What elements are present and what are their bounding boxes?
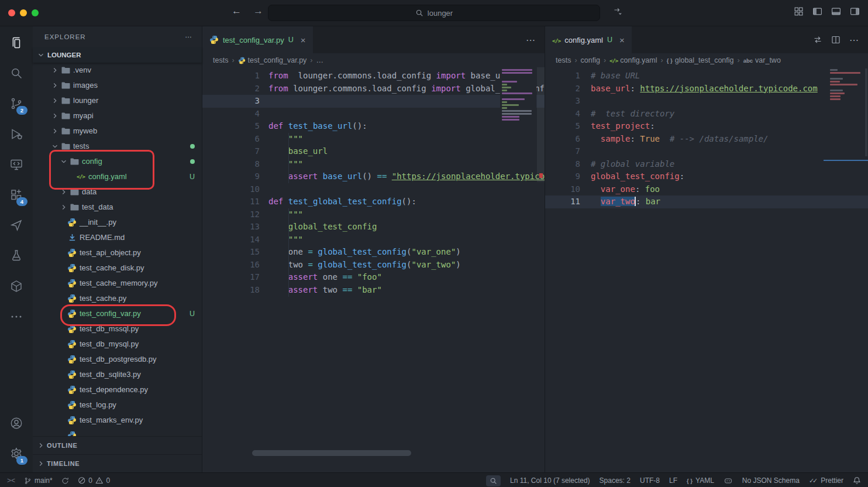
code-line-10[interactable]: 10 var_one: foo (545, 183, 868, 196)
zoom-indicator[interactable] (486, 475, 501, 486)
remote-indicator[interactable]: >< (7, 476, 15, 485)
code-line-14[interactable]: 14 """ (202, 234, 545, 246)
code-area[interactable]: 1from lounger.commons.load_config import… (202, 67, 545, 472)
breadcrumb-item-test-config-var-py[interactable]: test_config_var.py (238, 56, 307, 64)
breadcrumb[interactable]: tests›test_config_var.py›… (202, 53, 545, 67)
breadcrumb-item--[interactable]: … (316, 56, 324, 64)
toggle-primary-sidebar-icon[interactable] (812, 6, 822, 16)
breadcrumb[interactable]: tests›config›</>config.yaml›{ }global_te… (545, 53, 868, 67)
tree-item-__init__.py[interactable]: __init__.py (33, 215, 202, 230)
code-line-10[interactable]: 10 (202, 183, 545, 196)
minimize-window-button[interactable] (20, 9, 27, 16)
code-line-7[interactable]: 7 (545, 145, 868, 158)
tab-config-yaml[interactable]: </> config.yaml U × (545, 26, 632, 53)
code-line-3[interactable]: 3 (202, 95, 545, 108)
code-line-8[interactable]: 8# global variable (545, 158, 868, 171)
tree-item-test_cache_memory.py[interactable]: test_cache_memory.py (33, 276, 202, 291)
code-line-9[interactable]: 9global_test_config: (545, 170, 868, 183)
problems-status[interactable]: 0 0 (78, 476, 110, 485)
tree-item-test_marks_env.py[interactable]: test_marks_env.py (33, 413, 202, 428)
minimap[interactable] (828, 68, 863, 101)
code-line-3[interactable]: 3 (545, 95, 868, 108)
code-line-5[interactable]: 5def test_base_url(): (202, 120, 545, 133)
activity-accounts[interactable] (2, 408, 30, 438)
breadcrumb-item-global-test-config[interactable]: { }global_test_config (667, 56, 734, 64)
activity-remote-explorer[interactable] (2, 149, 30, 180)
horizontal-scrollbar[interactable] (252, 450, 411, 456)
tree-item-test_data[interactable]: test_data (33, 200, 202, 215)
code-line-6[interactable]: 6 sample: True # --> /datas/sample/ (545, 133, 868, 146)
code-line-9[interactable]: 9 assert base_url() == "https://jsonplac… (202, 170, 545, 183)
code-line-8[interactable]: 8 """ (202, 158, 545, 171)
tree-item-README.md[interactable]: README.md (33, 230, 202, 245)
close-window-button[interactable] (8, 9, 15, 16)
tree-item-.venv[interactable]: .venv (33, 63, 202, 78)
code-line-4[interactable]: 4 (202, 108, 545, 121)
code-area[interactable]: 1# base URL2base_url: https://jsonplaceh… (545, 67, 868, 472)
code-line-15[interactable]: 15 one = global_test_config("var_one") (202, 246, 545, 259)
code-line-12[interactable]: 12 """ (202, 208, 545, 221)
window-switcher-icon[interactable] (613, 7, 622, 16)
indentation-status[interactable]: Spaces: 2 (600, 476, 631, 485)
code-line-1[interactable]: 1# base URL (545, 70, 868, 83)
tree-item-test_dependence.py[interactable]: test_dependence.py (33, 382, 202, 397)
tree-item-test_log.py[interactable]: test_log.py (33, 397, 202, 413)
vertical-scrollbar[interactable] (865, 68, 867, 156)
git-branch-status[interactable]: main* (24, 476, 53, 485)
close-icon[interactable]: × (301, 35, 306, 45)
more-actions-icon[interactable]: ⋯ (849, 35, 859, 46)
activity-more[interactable] (2, 301, 30, 332)
tree-item-myapi[interactable]: myapi (33, 108, 202, 124)
code-line-13[interactable]: 13 global_test_config (202, 221, 545, 234)
tree-item-myweb[interactable]: myweb (33, 124, 202, 139)
tree-item-images[interactable]: images (33, 78, 202, 93)
activity-source-control[interactable]: 2 (2, 88, 30, 119)
activity-search[interactable] (2, 58, 30, 88)
tree-item-test_cache.py[interactable]: test_cache.py (33, 291, 202, 306)
tree-item-config.yaml[interactable]: </>config.yamlU (33, 169, 202, 184)
language-mode-status[interactable]: { } YAML (687, 476, 714, 485)
breadcrumb-item-tests[interactable]: tests (556, 56, 571, 64)
json-schema-status[interactable]: No JSON Schema (742, 476, 800, 485)
timeline-section-header[interactable]: TIMELINE (33, 454, 202, 472)
code-line-2[interactable]: 2base_url: https://jsonplaceholder.typic… (545, 83, 868, 95)
activity-extensions[interactable]: 4 (2, 180, 30, 210)
activity-packages[interactable] (2, 271, 30, 301)
tree-item-config[interactable]: config (33, 154, 202, 169)
toggle-panel-icon[interactable] (831, 6, 841, 16)
code-line-2[interactable]: 2from lounger.commons.load_config import… (202, 83, 545, 95)
swap-icon[interactable] (813, 35, 822, 44)
customize-layout-icon[interactable] (794, 6, 804, 16)
code-line-11[interactable]: 11def test_global_test_config(): (202, 196, 545, 208)
breadcrumb-item-tests[interactable]: tests (213, 56, 228, 64)
tree-item-test_config_var.py[interactable]: test_config_var.pyU (33, 306, 202, 321)
activity-live-share[interactable] (2, 210, 30, 241)
code-line-1[interactable]: 1from lounger.commons.load_config import… (202, 70, 545, 83)
formatter-status[interactable]: ✓✓ Prettier (809, 476, 843, 485)
minimap[interactable] (500, 68, 536, 121)
vertical-scrollbar[interactable] (537, 67, 545, 182)
code-line-17[interactable]: 17 assert one == "foo" (202, 271, 545, 284)
zoom-window-button[interactable] (32, 9, 39, 16)
toggle-secondary-sidebar-icon[interactable] (850, 6, 860, 16)
code-line-6[interactable]: 6 """ (202, 133, 545, 146)
breadcrumb-item-config[interactable]: config (581, 56, 600, 64)
tree-item-tests[interactable]: tests (33, 139, 202, 154)
tab-test-config-var[interactable]: test_config_var.py U × (202, 26, 313, 53)
tree-item-test_db_sqlite3.py[interactable]: test_db_sqlite3.py (33, 367, 202, 382)
sync-button[interactable] (61, 477, 69, 485)
tree-item-lounger[interactable]: lounger (33, 93, 202, 108)
tree-item-test_db_mysql.py[interactable]: test_db_mysql.py (33, 337, 202, 352)
tree-item-test_api_object.py[interactable]: test_api_object.py (33, 245, 202, 260)
tree-item-test_db_postgresdb.py[interactable]: test_db_postgresdb.py (33, 352, 202, 367)
code-line-11[interactable]: 11 var_two: bar (545, 196, 868, 208)
breadcrumb-item-config-yaml[interactable]: </>config.yaml (609, 56, 657, 64)
notifications-bell-icon[interactable] (853, 476, 861, 485)
close-icon[interactable]: × (619, 35, 625, 45)
activity-testing[interactable] (2, 241, 30, 271)
code-line-16[interactable]: 16 two = global_test_config("var_two") (202, 259, 545, 272)
sidebar-more-actions-icon[interactable]: ⋯ (185, 33, 193, 41)
tree-item-clipped[interactable] (33, 428, 202, 436)
code-line-5[interactable]: 5test_project: (545, 120, 868, 133)
encoding-status[interactable]: UTF-8 (640, 476, 660, 485)
